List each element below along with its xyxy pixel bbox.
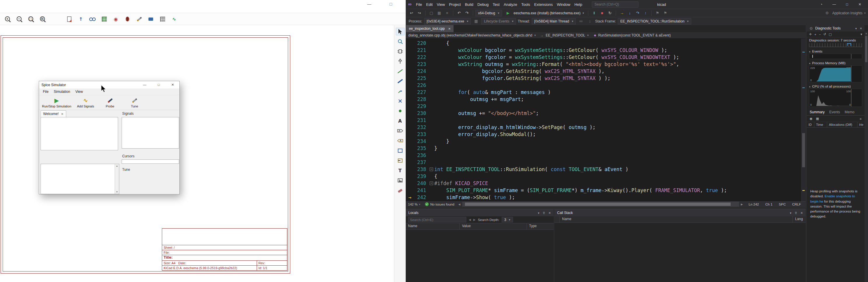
member-dropdown[interactable]: ◆ RunSimulation(const TOOL_EVENT & aEven… xyxy=(591,33,674,37)
simulator-icon[interactable]: ∿ xyxy=(169,14,179,24)
place-bus-entry-icon[interactable] xyxy=(396,87,405,95)
place-image-icon[interactable] xyxy=(396,177,405,184)
column-time[interactable]: Time xyxy=(814,122,827,127)
code-editor[interactable]: 220 {221 wxColour bgcolor = wxSystemSett… xyxy=(406,38,806,201)
column-id[interactable]: ID xyxy=(807,122,814,127)
code-line-227[interactable]: 227 for( auto& msgPart : messages ) xyxy=(406,89,806,96)
process-dropdown[interactable]: [0x53E4] eeschema.exe ▾ xyxy=(424,18,471,25)
zoom-level-dropdown[interactable]: 142 % ▾ xyxy=(406,203,423,206)
show-next-statement-icon[interactable]: → xyxy=(618,10,625,16)
place-sheet-icon[interactable] xyxy=(396,147,405,154)
locals-body[interactable] xyxy=(406,230,554,282)
stack-frame-dropdown[interactable]: EE_INSPECTION_TOOL::RunSimulation ▾ xyxy=(618,18,691,25)
take-snapshot-icon[interactable]: ◉ xyxy=(810,117,813,120)
chevron-down-icon[interactable]: ▾ xyxy=(856,27,857,30)
down-arrow-icon[interactable]: ▼ xyxy=(116,191,118,193)
tune-button[interactable]: Tune xyxy=(124,97,145,108)
select-icon[interactable] xyxy=(396,28,405,35)
place-symbol-icon[interactable] xyxy=(396,48,405,55)
events-track[interactable] xyxy=(809,54,862,59)
place-net-label-icon[interactable]: A xyxy=(396,117,405,125)
code-line-224[interactable]: 224 bgcolor.GetAsString( wxC2S_HTML_SYNT… xyxy=(406,68,806,75)
thread-dropdown[interactable]: [0x5BD4] Main Thread ▾ xyxy=(532,18,576,25)
code-line-221[interactable]: 221 wxColour bgcolor = wxSystemSettings:… xyxy=(406,47,806,54)
fold-icon[interactable]: − xyxy=(430,168,433,171)
place-wire-icon[interactable] xyxy=(396,67,405,75)
zoom-in-icon[interactable]: + xyxy=(814,33,816,36)
menu-build[interactable]: Build xyxy=(463,1,475,8)
step-out-icon[interactable]: ↑ xyxy=(642,10,649,16)
import-sheet-pin-icon[interactable] xyxy=(396,157,405,164)
solution-configuration-dropdown[interactable]: x64-Debug ▾ xyxy=(475,10,502,16)
menu-analyze[interactable]: Analyze xyxy=(502,1,519,8)
erc-icon[interactable] xyxy=(123,14,132,24)
place-bus-icon[interactable] xyxy=(396,77,405,85)
lifecycle-events-icon[interactable]: ▦ xyxy=(472,18,479,25)
panel-splitter[interactable] xyxy=(406,207,806,209)
code-line-239[interactable]: 239{ xyxy=(406,173,806,180)
new-file-icon[interactable]: ▢ xyxy=(428,10,435,16)
menu-view[interactable]: View xyxy=(435,1,447,8)
place-power-port-icon[interactable] xyxy=(396,57,405,65)
close-icon[interactable]: ✕ xyxy=(860,27,862,30)
memory-chart[interactable]: 229 229 0 0 xyxy=(809,65,862,82)
minimize-icon[interactable]: — xyxy=(142,83,148,87)
undo-icon[interactable]: ↶ xyxy=(456,10,463,16)
run-stop-simulation-button[interactable]: ▶ Run/Stop Simulation xyxy=(42,97,71,108)
plot-panel[interactable] xyxy=(40,117,118,150)
code-line-237[interactable]: 237 xyxy=(406,159,806,166)
maximize-icon[interactable]: □ xyxy=(386,2,395,6)
search-depth-dropdown[interactable]: 3 ▾ xyxy=(502,217,513,222)
code-line-241[interactable]: 241 SIM_PLOT_FRAME* simFrame = (SIM_PLOT… xyxy=(406,187,806,194)
up-arrow-icon[interactable]: ▲ xyxy=(116,165,118,167)
tune-icon[interactable] xyxy=(134,14,144,24)
scrollbar-thumb[interactable] xyxy=(865,36,867,62)
code-line-232[interactable]: 232 error_display.m_htmlWindow->SetPage(… xyxy=(406,124,806,131)
menu-simulation[interactable]: Simulation xyxy=(51,89,73,94)
stop-debugging-icon[interactable]: ■ xyxy=(598,10,606,16)
column-name[interactable]: Name xyxy=(406,223,460,229)
column-value[interactable]: Value xyxy=(460,223,527,229)
horizontal-scrollbar[interactable] xyxy=(462,202,739,207)
maximize-icon[interactable]: □ xyxy=(155,83,162,87)
lifecycle-events-dropdown[interactable]: Lifecycle Events ▾ xyxy=(481,18,516,25)
menu-project[interactable]: Project xyxy=(447,1,463,8)
close-icon[interactable]: ✕ xyxy=(854,0,866,8)
column-name[interactable]: Name xyxy=(560,216,793,222)
place-junction-icon[interactable] xyxy=(396,107,405,115)
pin-icon[interactable]: ⚲ xyxy=(795,212,797,215)
start-debugging-button[interactable]: ▶ eeschema.exe (Install) (bin\eeschema.e… xyxy=(503,10,586,16)
menu-view[interactable]: View xyxy=(73,89,86,94)
zoom-out-icon[interactable]: − xyxy=(819,33,821,36)
code-line-228[interactable]: 228 outmsg += msgPart; xyxy=(406,96,806,103)
menu-extensions[interactable]: Extensions xyxy=(532,1,555,8)
navigate-back-icon[interactable]: ↩ xyxy=(408,10,415,16)
up-arrow-icon[interactable]: ▲ xyxy=(865,32,867,35)
pin-icon[interactable]: ⚲ xyxy=(543,212,545,215)
probe-button[interactable]: Probe xyxy=(100,97,120,108)
place-global-label-icon[interactable]: A xyxy=(396,127,405,135)
zoom-in-icon[interactable]: + xyxy=(3,14,12,24)
column-lang[interactable]: Lang xyxy=(793,216,806,222)
menu-window[interactable]: Window xyxy=(555,1,572,8)
settings-icon[interactable]: ≡ xyxy=(860,117,862,120)
minimize-icon[interactable]: — xyxy=(828,0,840,8)
minimize-icon[interactable]: — xyxy=(365,2,374,6)
column-heap[interactable]: He xyxy=(858,122,865,127)
code-line-226[interactable]: 226 xyxy=(406,82,806,89)
filter-icon[interactable]: ≔ xyxy=(578,18,585,25)
flag-icon[interactable]: ⚑ xyxy=(662,10,669,16)
leave-sheet-icon[interactable]: ↑ xyxy=(76,14,86,24)
type-dropdown[interactable]: → EE_INSPECTION_TOOL ▾ xyxy=(537,33,591,37)
place-text-icon[interactable]: T xyxy=(396,167,405,174)
menu-file[interactable]: File xyxy=(414,1,424,8)
menu-help[interactable]: Help xyxy=(572,1,584,8)
place-no-connect-icon[interactable] xyxy=(396,97,405,105)
editor-scrollbar[interactable] xyxy=(801,38,806,201)
restart-icon[interactable]: ↻ xyxy=(607,10,613,16)
code-line-234[interactable]: 234 } xyxy=(406,138,806,145)
navigate-forward-icon[interactable]: ↪ xyxy=(416,10,423,16)
search-next-icon[interactable]: ▶ xyxy=(473,218,476,221)
delete-icon[interactable] xyxy=(396,187,405,194)
zoom-to-fit-icon[interactable]: □ xyxy=(26,14,36,24)
